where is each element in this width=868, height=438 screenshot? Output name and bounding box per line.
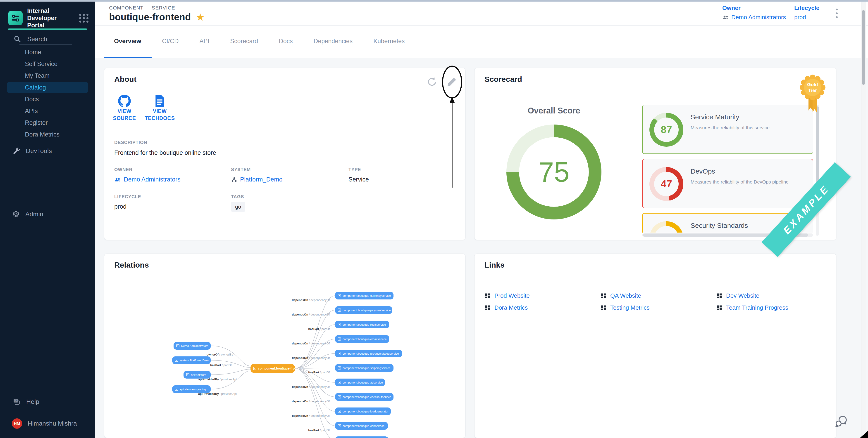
edge-label: hasPart / partOf [210,363,232,367]
dashboard-icon [485,305,491,311]
help-chat-icon: ? [13,398,21,406]
tab-api[interactable]: API [189,26,220,58]
owner-field-link[interactable]: Demo Administrators [114,176,181,183]
sidebar-item-self-service[interactable]: Self Service [0,58,95,70]
graph-node[interactable]: component:boutique-loadgenerator [335,407,391,415]
tab-ci-cd[interactable]: CI/CD [152,26,189,58]
tab-dependencies[interactable]: Dependencies [303,26,363,58]
graph-node[interactable]: component:boutique-redisservice [335,321,389,328]
link-prod-website[interactable]: Prod Website [485,292,600,299]
owner-link[interactable]: Demo Administrators [722,14,786,21]
page-scrollbar-thumb[interactable] [862,10,865,85]
view-techdocs-line2: TECHDOCS [145,115,175,121]
badge-line2: Tier [808,88,817,93]
view-source-line2: SOURCE [113,115,136,121]
sidebar-search-label: Search [27,35,47,43]
refresh-button[interactable] [427,77,437,87]
tab-kubernetes[interactable]: Kubernetes [363,26,415,58]
view-techdocs-line1: VIEW [153,108,167,114]
more-menu-icon[interactable] [832,9,841,20]
edge-label: ownerOf / ownedBy [207,353,233,356]
view-source-button[interactable]: VIEW SOURCE [107,95,142,121]
graph-node[interactable]: component:boutique-adservice [335,378,385,386]
view-techdocs-button[interactable]: VIEW TECHDOCS [143,95,177,121]
owner-label: Owner [722,4,786,11]
graph-node[interactable]: component:boutique-paymentservice [335,306,392,314]
score-ring: 74 [649,221,683,233]
link-label: Dora Metrics [494,304,528,311]
graph-node-partial[interactable] [335,436,388,438]
graph-node[interactable]: component:boutique-checkoutservice [335,393,394,401]
score-item-service-maturity[interactable]: 87Service MaturityMeasures the reliabili… [642,105,813,154]
sidebar-item-devtools[interactable]: DevTools [13,145,52,157]
links-card: Links Prod WebsiteQA WebsiteDev WebsiteD… [474,254,836,438]
svg-text:?: ? [15,399,17,402]
type-field-label: TYPE [348,167,361,172]
description-value: Frontend for the boutique online store [114,149,216,157]
graph-node[interactable]: Demo Administrators [174,342,211,350]
group-icon [114,176,121,183]
system-field-link[interactable]: Platform_Demo [231,176,283,183]
sidebar-item-apis[interactable]: APIs [0,105,95,117]
graph-node-label: Demo Administrators [181,344,208,347]
score-item-devops[interactable]: 47DevOpsMeasures the reliability of the … [642,159,813,208]
link-label: Team Training Progress [726,304,788,311]
score-list-vertical-scrollbar[interactable] [816,105,819,236]
sidebar-user[interactable]: HM Himanshu Mishra [12,418,77,429]
overall-score-ring: 75 [506,125,601,220]
link-team-training-progress[interactable]: Team Training Progress [716,304,824,311]
relations-card: Relations ownerOf / ownedByhasPart / par… [104,254,465,438]
tab-docs[interactable]: Docs [268,26,303,58]
owner-field-value: Demo Administrators [124,176,181,183]
sidebar-divider [20,144,72,144]
link-qa-website[interactable]: QA Website [600,292,716,299]
sidebar-search[interactable]: Search [13,34,47,44]
sidebar-item-dora-metrics[interactable]: Dora Metrics [0,129,95,140]
edit-pencil-button[interactable] [447,77,457,87]
link-dora-metrics[interactable]: Dora Metrics [485,304,600,311]
sidebar-item-admin[interactable]: Admin [12,208,43,220]
dashboard-icon [485,293,491,299]
graph-node-label: component:boutique-checkoutservice [343,395,391,399]
graph-node[interactable]: api:petstore [184,371,211,378]
app-switcher-icon[interactable] [79,14,89,23]
system-field-value: Platform_Demo [240,176,283,183]
edge-label: dependsOn / dependencyOf [292,342,330,345]
graph-node[interactable]: component:boutique-emailservice [335,335,389,343]
edge-label: hasPart / partOf [308,371,330,374]
score-item-description: Measures the reliability of this service [691,125,770,130]
graph-node-label: component:boutique-redisservice [343,323,386,326]
sidebar-nav: HomeSelf ServiceMy TeamCatalogDocsAPIsRe… [0,46,95,140]
user-name: Himanshu Mishra [28,420,77,427]
sidebar-item-docs[interactable]: Docs [0,93,95,105]
link-testing-metrics[interactable]: Testing Metrics [600,304,716,311]
graph-node[interactable]: component:boutique-shippingservice [335,364,394,372]
link-dev-website[interactable]: Dev Website [716,292,824,299]
sidebar-item-help[interactable]: ? Help [13,396,39,408]
tabbar: OverviewCI/CDAPIScorecardDocsDependencie… [95,26,868,58]
view-source-line1: VIEW [118,108,131,114]
graph-node[interactable]: system:Platform_Demo [172,357,211,364]
tab-overview[interactable]: Overview [104,26,152,58]
app-title: Internal Developer Portal [27,7,72,29]
graph-node-label: api:starwars-graphql [180,388,206,391]
chat-bubbles-icon[interactable] [834,414,848,429]
scorecard-card: Scorecard Overall Score 75 87Service Mat… [474,68,836,240]
graph-node[interactable]: component:boutique-cartservice [335,422,388,430]
graph-node[interactable]: component:boutique-frontend [250,364,304,373]
graph-node[interactable]: component:boutique-productcatalogservice [335,350,402,357]
sidebar-item-catalog[interactable]: Catalog [7,82,88,93]
sidebar-item-home[interactable]: Home [0,46,95,58]
sidebar-item-register[interactable]: Register [0,117,95,129]
favorite-star-icon[interactable]: ★ [196,13,205,22]
system-field-label: SYSTEM [231,167,251,172]
tab-scorecard[interactable]: Scorecard [220,26,268,58]
lifecycle-field-label: LIFECYCLE [114,194,141,199]
graph-node[interactable]: component:boutique-currencyservice [335,292,394,299]
graph-node[interactable]: api:starwars-graphql [172,385,211,393]
edge-label: dependsOn / dependencyOf [292,356,330,360]
avatar: HM [12,418,22,429]
tag-chip[interactable]: go [231,202,245,212]
score-ring: 87 [649,113,683,147]
sidebar-item-my-team[interactable]: My Team [0,70,95,81]
